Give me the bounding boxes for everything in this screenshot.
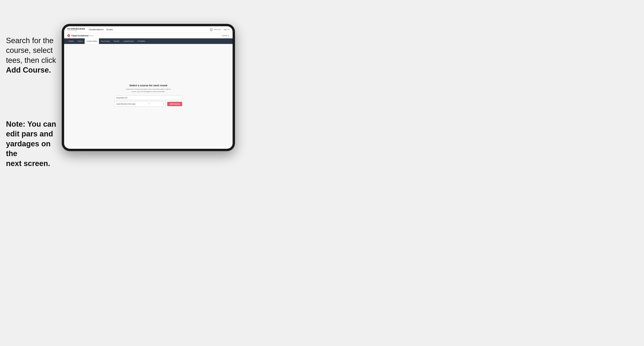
tee-select-row: Gold (M) (M) (7010 yds) ✕ ▲ ▼ Add Course [114,101,182,107]
tab-details[interactable]: Details [66,38,76,44]
tab-course-setup[interactable]: Course Setup [85,38,99,44]
nav-tournaments[interactable]: TOURNAMENTS [88,28,104,31]
tournament-header: C Clippd Invitational (Men) Cancel ✕ [64,33,232,38]
tournament-name: Clippd Invitational [71,35,88,37]
tablet-screen: SCOREBOARD Powered by clippd TOURNAMENTS… [64,26,232,149]
tee-select-arrows: ▲ ▼ [163,102,164,105]
tournament-badge: (Men) [90,35,94,37]
sign-out-link[interactable]: Sign out [224,29,230,30]
annotation-note: Note: You can edit pars and yardages on … [6,119,62,169]
tab-results[interactable]: Results [112,38,121,44]
logo-text: SCOREBOARD [67,28,85,30]
divider: | [222,29,222,30]
add-course-button[interactable]: Add Course [167,102,182,106]
tab-leaderboards[interactable]: Leaderboards [121,38,136,44]
user-name: Test User [214,29,221,30]
top-navbar: SCOREBOARD Powered by clippd TOURNAMENTS… [64,26,232,33]
nav-teams[interactable]: TEAMS [106,28,113,31]
course-search-input[interactable] [114,96,182,100]
tournament-icon: C [67,34,70,37]
tab-printables[interactable]: Printables [136,38,147,44]
user-area: U Test User | Sign out [210,28,230,31]
tee-select-dropdown[interactable]: Gold (M) (M) (7010 yds) ✕ ▲ ▼ [114,101,166,107]
cancel-button[interactable]: Cancel ✕ [222,35,230,37]
annotation-text: Search for the course, select tees, then… [6,36,62,75]
main-content: Select a course for each round Search fo… [64,44,232,147]
user-avatar: U [210,28,213,31]
tab-tee-groups[interactable]: Tee Groups [99,38,112,44]
section-title: Select a course for each round [114,84,182,87]
tab-teams[interactable]: Teams [76,38,85,44]
logo: SCOREBOARD Powered by clippd [67,28,85,31]
tab-bar: Details Teams Course Setup Tee Groups Re… [64,38,232,44]
tablet-device: SCOREBOARD Powered by clippd TOURNAMENTS… [62,24,235,151]
tee-select-clear[interactable]: ✕ [148,103,150,105]
nav-links: TOURNAMENTS TEAMS [88,28,210,31]
section-description: Search for a course and select a tee. Yo… [114,88,182,93]
tee-select-value: Gold (M) (M) (7010 yds) [116,103,136,105]
course-selection-card: Select a course for each round Search fo… [114,84,182,107]
logo-subtext: Powered by clippd [67,30,85,31]
